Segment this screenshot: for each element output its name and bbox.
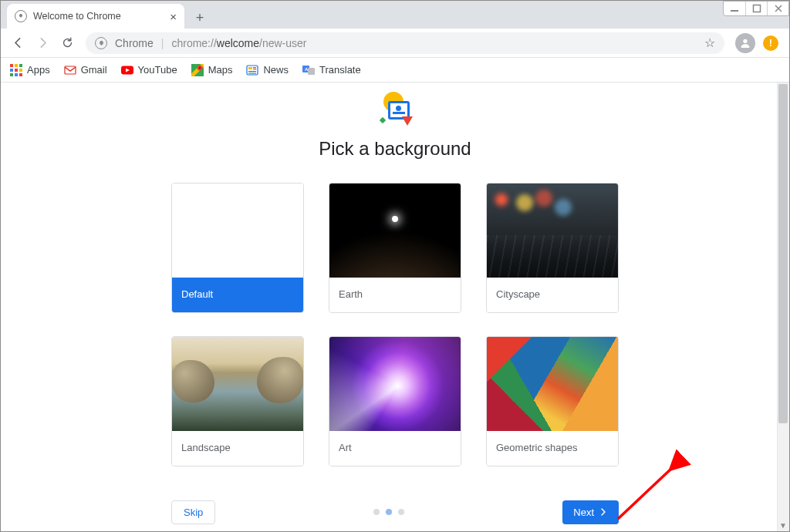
profile-avatar-button[interactable] [735,33,755,53]
bookmark-star-icon[interactable]: ☆ [704,35,715,50]
bookmark-translate[interactable]: A Translate [302,64,361,76]
forward-button[interactable] [32,32,53,54]
tab-strip: Welcome to Chrome × + [1,1,789,29]
step-dot-active [386,509,392,515]
background-option-landscape[interactable]: Landscape [171,336,304,466]
next-button[interactable]: Next [562,500,619,524]
apps-grid-icon [10,64,22,76]
omnibox-url: chrome://welcome/new-user [171,37,306,49]
omnibox-scheme-label: Chrome [115,37,154,49]
thumbnail-art [329,337,461,431]
window-minimize-button[interactable] [724,2,745,15]
bookmark-label: Translate [319,64,361,76]
thumbnail-landscape [172,337,303,431]
svg-rect-15 [308,68,315,75]
youtube-icon [121,64,133,76]
bookmark-news[interactable]: News [246,64,289,76]
step-indicator [373,509,404,515]
page-viewport: ▲ ▼ Pick a background Default Earth [1,82,789,531]
update-alert-badge[interactable]: ! [763,35,778,51]
back-button[interactable] [7,32,29,54]
translate-icon: A [302,64,315,76]
page-title: Pick a background [1,138,789,160]
globe-icon [15,10,27,22]
svg-point-7 [198,66,200,68]
chevron-right-icon [599,507,608,517]
card-label: Cityscape [487,278,618,312]
thumbnail-default [172,184,303,278]
scrollbar-thumb[interactable] [778,84,788,423]
background-option-geometric[interactable]: Geometric shapes [486,336,619,466]
footer-actions: Skip Next [171,497,619,530]
bookmark-gmail[interactable]: Gmail [64,64,107,76]
card-label: Default [172,278,303,312]
card-label: Art [329,431,461,466]
background-option-art[interactable]: Art [329,336,461,466]
browser-toolbar: Chrome | chrome://welcome/new-user ☆ ! [1,29,789,58]
svg-rect-12 [253,67,256,68]
svg-rect-1 [753,5,760,12]
background-option-earth[interactable]: Earth [329,183,461,313]
card-label: Landscape [172,431,303,466]
card-label: Earth [329,278,461,312]
bookmark-apps[interactable]: Apps [10,64,50,76]
site-info-icon[interactable] [95,37,107,49]
bookmark-label: Apps [27,64,50,76]
tab-title: Welcome to Chrome [33,11,121,22]
bookmark-label: Gmail [81,64,107,76]
tab-close-button[interactable]: × [170,11,177,22]
bookmark-label: YouTube [138,64,177,76]
address-bar[interactable]: Chrome | chrome://welcome/new-user ☆ [86,32,724,54]
window-controls [723,1,789,16]
reload-button[interactable] [56,32,78,54]
svg-rect-11 [248,72,256,73]
svg-rect-3 [65,66,76,74]
bookmark-youtube[interactable]: YouTube [121,64,177,76]
card-label: Geometric shapes [487,431,618,466]
bookmark-label: News [263,64,289,76]
svg-point-2 [743,39,747,42]
welcome-content: Pick a background Default Earth Cityscap… [1,82,789,530]
svg-rect-13 [253,69,256,69]
scroll-down-arrow-icon[interactable]: ▼ [777,519,789,531]
step-dot [373,509,380,515]
svg-rect-0 [731,10,738,12]
vertical-scrollbar[interactable]: ▲ ▼ [777,82,789,531]
bookmark-maps[interactable]: Maps [191,64,233,76]
window-close-button[interactable] [767,2,788,15]
next-button-label: Next [573,507,594,518]
background-grid: Default Earth Cityscape Landscape Art [1,183,789,497]
browser-tab[interactable]: Welcome to Chrome × [7,4,184,29]
svg-text:A: A [305,67,309,72]
bookmark-label: Maps [208,64,233,76]
background-option-default[interactable]: Default [171,183,304,313]
skip-button[interactable]: Skip [171,500,215,524]
svg-rect-10 [248,71,256,72]
background-option-cityscape[interactable]: Cityscape [486,183,619,313]
step-dot [398,509,404,515]
news-icon [246,64,258,76]
thumbnail-geometric [487,337,618,431]
thumbnail-cityscape [487,184,618,278]
thumbnail-earth [329,184,461,278]
new-tab-button[interactable]: + [189,7,211,29]
window-maximize-button[interactable] [745,2,767,15]
background-hero-icon [377,92,413,127]
gmail-icon [64,64,76,76]
maps-icon [191,64,204,76]
bookmarks-bar: Apps Gmail YouTube Maps News A Translate [1,58,789,82]
svg-rect-9 [248,67,252,69]
omnibox-separator: | [161,37,164,49]
